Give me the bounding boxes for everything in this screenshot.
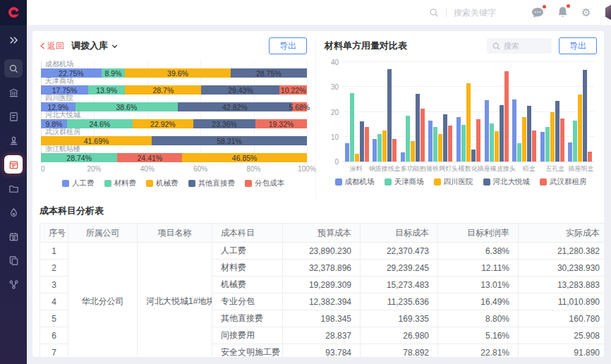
gear-icon[interactable]: ⚙ <box>581 7 591 18</box>
bar[interactable] <box>466 83 471 162</box>
bar[interactable] <box>373 139 377 162</box>
comment-icon[interactable] <box>531 7 544 18</box>
bar[interactable] <box>421 109 425 162</box>
stacked-bar[interactable]: 41.69%58.31% <box>41 136 307 145</box>
bar[interactable] <box>461 125 466 162</box>
bar[interactable] <box>512 99 516 162</box>
bar[interactable] <box>527 106 531 162</box>
stacked-bar[interactable]: 22.75%8.9%39.6%28.75% <box>41 68 307 78</box>
bell-icon[interactable] <box>557 6 568 18</box>
bar[interactable] <box>365 127 369 162</box>
bar-segment[interactable]: 28.75% <box>231 68 307 78</box>
bar[interactable] <box>448 126 452 162</box>
avatar[interactable] <box>604 4 611 21</box>
sidebar-item-bank[interactable] <box>4 83 23 102</box>
bar[interactable] <box>406 116 410 162</box>
legend-item[interactable]: 天津商场 <box>385 177 424 187</box>
bar-segment[interactable]: 58.31% <box>152 136 307 145</box>
bar[interactable] <box>545 127 550 162</box>
sidebar-item-copy[interactable] <box>4 251 23 269</box>
bar[interactable] <box>456 117 461 162</box>
sidebar-item-search[interactable] <box>4 59 23 78</box>
stacked-bar[interactable]: 17.75%13.9%28.7%29.43%10.22% <box>41 85 307 95</box>
bar[interactable] <box>416 94 420 162</box>
bar[interactable] <box>438 134 442 162</box>
bar[interactable] <box>428 121 432 162</box>
bar[interactable] <box>411 141 415 162</box>
bar[interactable] <box>387 69 392 162</box>
sidebar-item-materials[interactable] <box>4 155 23 174</box>
bar[interactable] <box>360 121 364 162</box>
global-search-input[interactable] <box>454 8 531 18</box>
sidebar-item-document[interactable] <box>4 107 23 126</box>
legend-item[interactable]: 武汉群租房 <box>540 177 587 187</box>
stacked-bar[interactable]: 12.9%38.6%42.82%5.68% <box>41 102 307 111</box>
bar[interactable] <box>485 100 489 162</box>
bar[interactable] <box>583 70 587 162</box>
bar-segment[interactable]: 42.82% <box>178 102 291 111</box>
bar-segment[interactable]: 13.9% <box>88 85 125 95</box>
bar[interactable] <box>540 132 545 162</box>
bar[interactable] <box>382 131 387 162</box>
bar[interactable] <box>504 71 509 162</box>
bar-segment[interactable]: 39.6% <box>125 68 230 78</box>
bar[interactable] <box>500 105 504 162</box>
sidebar-item-flow[interactable] <box>4 275 23 293</box>
bar[interactable] <box>433 127 437 162</box>
app-logo[interactable] <box>0 0 27 25</box>
bar-segment[interactable]: 5.68% <box>292 102 307 111</box>
bar[interactable] <box>350 93 354 162</box>
bar[interactable] <box>355 154 359 162</box>
bar-segment[interactable]: 23.36% <box>193 119 255 128</box>
bar-segment[interactable]: 22.92% <box>133 119 193 128</box>
bar-segment[interactable]: 10.22% <box>279 85 307 95</box>
bar-segment[interactable]: 38.6% <box>75 102 179 111</box>
bar[interactable] <box>568 142 572 162</box>
legend-item[interactable]: 机械费 <box>146 178 179 188</box>
stacked-bar[interactable]: 28.74%24.41%46.85% <box>41 153 307 162</box>
bar-segment[interactable]: 29.43% <box>201 85 279 95</box>
back-button[interactable]: 返回 <box>40 40 64 52</box>
bar-segment[interactable]: 46.85% <box>182 153 307 162</box>
legend-item[interactable]: 材料费 <box>104 178 137 188</box>
bar-segment[interactable]: 28.74% <box>41 153 117 162</box>
bar[interactable] <box>392 139 397 162</box>
export-button[interactable]: 导出 <box>269 37 307 54</box>
sidebar-item-folder[interactable] <box>4 179 23 198</box>
bar[interactable] <box>517 143 521 162</box>
bar[interactable] <box>490 123 494 162</box>
bar[interactable] <box>476 119 480 162</box>
bar-segment[interactable]: 28.7% <box>125 85 201 95</box>
page-title-dropdown[interactable]: 调拨入库 <box>71 40 118 52</box>
search-icon[interactable] <box>429 8 439 18</box>
expand-icon[interactable] <box>4 31 23 49</box>
sidebar-item-drop[interactable] <box>4 203 23 222</box>
table-row[interactable]: 1华北分公司河北大悦城1#地块项目人工费23,890.23022,370.473… <box>40 243 605 260</box>
bar[interactable] <box>578 95 582 162</box>
bar[interactable] <box>522 117 526 162</box>
legend-item[interactable]: 河北大悦城 <box>483 177 531 187</box>
legend-item[interactable]: 成都机场 <box>335 177 375 187</box>
bar[interactable] <box>345 143 349 162</box>
sidebar-item-calendar[interactable] <box>4 227 23 245</box>
bar[interactable] <box>471 150 476 162</box>
legend-item[interactable]: 四川医院 <box>434 177 473 187</box>
bar[interactable] <box>401 152 405 162</box>
legend-item[interactable]: 分包成本 <box>245 178 284 188</box>
bar[interactable] <box>443 114 447 162</box>
stacked-bar[interactable]: 9.8%24.6%22.92%23.36%19.32% <box>41 119 307 128</box>
bar[interactable] <box>550 112 555 162</box>
bar[interactable] <box>532 131 536 162</box>
bar-segment[interactable]: 24.41% <box>117 153 182 162</box>
bar-segment[interactable]: 19.32% <box>255 119 307 128</box>
bar[interactable] <box>555 101 559 162</box>
legend-item[interactable]: 其他直接费 <box>188 178 236 188</box>
legend-item[interactable]: 人工费 <box>62 178 95 188</box>
bar[interactable] <box>377 134 382 162</box>
bar[interactable] <box>495 131 499 162</box>
bar[interactable] <box>573 121 577 162</box>
bar[interactable] <box>588 152 592 162</box>
bar[interactable] <box>560 119 564 162</box>
export-button[interactable]: 导出 <box>559 37 597 54</box>
bar-segment[interactable]: 8.9% <box>102 68 126 78</box>
